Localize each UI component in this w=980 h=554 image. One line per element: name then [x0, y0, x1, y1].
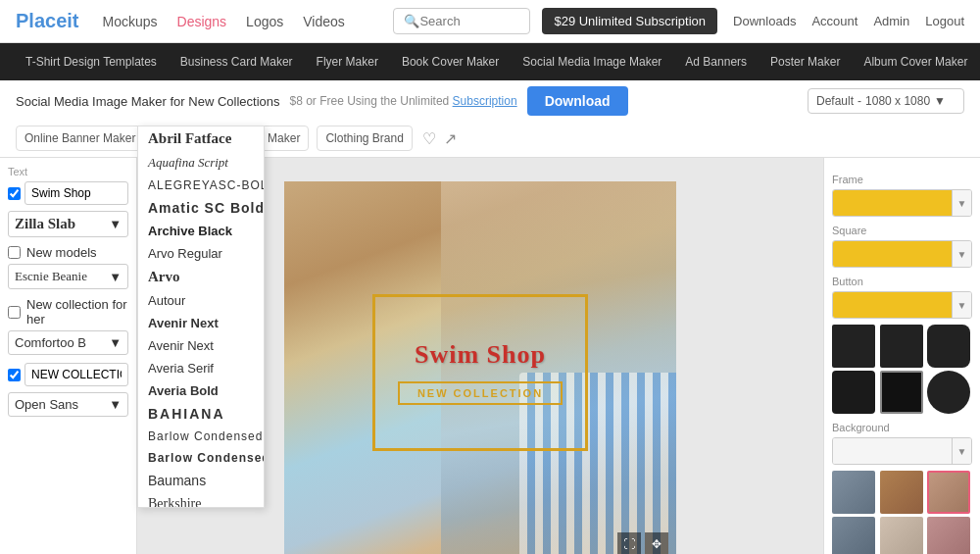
sub-nav: T-Shirt Design Templates Business Card M…: [0, 43, 980, 80]
subnav-ad-banners[interactable]: Ad Banners: [675, 43, 757, 80]
text-section-label: Text: [8, 166, 128, 177]
left-panel: Text Zilla Slab ▼ New models Escnie Bean…: [0, 158, 137, 554]
font-option-amatic[interactable]: Amatic SC Bold: [138, 196, 264, 220]
font-option-autour[interactable]: Autour: [138, 289, 264, 312]
canvas-image: Swim Shop NEW COLLECTION ⛶ ✥: [284, 181, 676, 555]
nav-account[interactable]: Account: [811, 14, 858, 28]
canvas-overlay-box: Swim Shop NEW COLLECTION: [372, 294, 588, 451]
chevron-down-icon-4: ▼: [109, 397, 122, 412]
share-icon[interactable]: ↗: [444, 129, 457, 148]
logo-it: it: [67, 10, 78, 31]
nav-designs[interactable]: Designs: [177, 14, 227, 29]
search-input[interactable]: [419, 14, 519, 28]
text-field-4-checkbox[interactable]: [8, 369, 21, 381]
canvas-button-box: NEW COLLECTION: [398, 381, 563, 405]
frame-color-chevron[interactable]: ▼: [952, 190, 971, 216]
canvas-button-text: NEW COLLECTION: [417, 387, 543, 399]
square-color-select[interactable]: ▼: [832, 240, 972, 268]
tag-clothing-brand[interactable]: Clothing Brand: [317, 126, 412, 151]
search-icon: 🔍: [404, 14, 419, 28]
button-color-select[interactable]: ▼: [832, 291, 972, 319]
button-style-grid: [832, 325, 972, 414]
font-option-baumans[interactable]: Baumans: [138, 469, 264, 492]
square-color-chevron[interactable]: ▼: [952, 241, 971, 267]
bg-thumb-2[interactable]: [880, 471, 923, 514]
toolbar-subtitle: $8 or Free Using the Unlimited Subscript…: [290, 94, 517, 108]
logo-place: Place: [16, 10, 67, 31]
bg-thumb-5[interactable]: [880, 517, 923, 554]
btn-style-2[interactable]: [880, 325, 923, 368]
nav-logout[interactable]: Logout: [925, 14, 964, 28]
canvas-fullscreen-btn[interactable]: ⛶: [617, 532, 641, 555]
font-option-avenir-next-bold[interactable]: Avenir Next: [138, 312, 264, 334]
btn-style-3[interactable]: [927, 325, 970, 368]
top-nav: Placeit Mockups Designs Logos Videos 🔍 $…: [0, 0, 980, 43]
font-option-barlow-condensed-bold[interactable]: Barlow Condensed: [138, 447, 264, 469]
frame-label: Frame: [832, 174, 972, 185]
text-field-1-row: [8, 181, 128, 205]
nav-mockups[interactable]: Mockups: [102, 14, 157, 29]
background-thumb-grid: [832, 471, 972, 554]
text-field-3-checkbox[interactable]: [8, 306, 21, 319]
font-option-averia-serif[interactable]: Averia Serif: [138, 357, 264, 379]
font-option-arvo-regular[interactable]: Arvo Regular: [138, 242, 264, 265]
font-select-2[interactable]: Escnie Beanie ▼: [8, 264, 128, 289]
chevron-down-icon-2: ▼: [109, 270, 122, 284]
subnav-business-card[interactable]: Business Card Maker: [171, 43, 303, 80]
subscription-button[interactable]: $29 Unlimited Subscription: [542, 8, 717, 34]
font-option-avenir-next[interactable]: Avenir Next: [138, 334, 264, 357]
font-option-archive-black[interactable]: Archive Black: [138, 220, 264, 242]
btn-style-1[interactable]: [832, 325, 875, 368]
font-option-arvo[interactable]: Arvo: [138, 265, 264, 289]
nav-downloads[interactable]: Downloads: [733, 14, 796, 28]
font-select-3[interactable]: Comfortoo B ▼: [8, 330, 128, 355]
font-option-barlow-condensed[interactable]: Barlow Condensed: [138, 426, 264, 447]
font-dropdown: Abril Fatface Aquafina Script AlegreyaSC…: [137, 158, 265, 508]
download-button[interactable]: Download: [527, 86, 628, 116]
font-select-4-label: Open Sans: [15, 397, 78, 412]
btn-style-6[interactable]: [927, 371, 970, 414]
font-select-4[interactable]: Open Sans ▼: [8, 392, 128, 417]
subnav-poster[interactable]: Poster Maker: [760, 43, 850, 80]
subnav-album-cover[interactable]: Album Cover Maker: [854, 43, 977, 80]
font-option-bahiana[interactable]: BAHIANA: [138, 402, 264, 426]
nav-logos[interactable]: Logos: [246, 14, 283, 29]
bg-thumb-4[interactable]: [832, 517, 875, 554]
bg-thumb-3[interactable]: [927, 471, 970, 514]
size-select[interactable]: Default - 1080 x 1080 ▼: [808, 88, 964, 114]
nav-admin[interactable]: Admin: [873, 14, 909, 28]
font-option-aquafina[interactable]: Aquafina Script: [138, 158, 264, 175]
subnav-tshirt[interactable]: T-Shirt Design Templates: [16, 43, 167, 80]
btn-style-5[interactable]: [880, 371, 923, 414]
button-label: Button: [832, 276, 972, 287]
font-select-1[interactable]: Zilla Slab ▼: [8, 211, 128, 237]
text-field-2-checkbox[interactable]: [8, 246, 21, 259]
font-option-averia-bold[interactable]: Averia Bold: [138, 379, 264, 402]
bg-thumb-1[interactable]: [832, 471, 875, 514]
font-option-berkshire[interactable]: Berkshire: [138, 492, 264, 508]
font-option-alegreyasc[interactable]: AlegreyaSC-Bold: [138, 175, 264, 196]
canvas-expand-btn[interactable]: ✥: [645, 532, 668, 555]
tag-online-banner[interactable]: Online Banner Maker: [16, 126, 144, 151]
subscription-link[interactable]: Subscription: [453, 94, 517, 108]
text-field-1-input[interactable]: [24, 181, 128, 205]
background-color-chevron[interactable]: ▼: [952, 438, 971, 464]
nav-videos[interactable]: Videos: [303, 14, 345, 29]
subnav-social-media[interactable]: Social Media Image Maker: [513, 43, 671, 80]
subnav-book-cover[interactable]: Book Cover Maker: [392, 43, 509, 80]
button-color-chevron[interactable]: ▼: [952, 292, 971, 318]
background-color-select[interactable]: ▼: [832, 437, 972, 465]
btn-style-4[interactable]: [832, 371, 875, 414]
heart-icon[interactable]: ♡: [422, 129, 436, 148]
square-label: Square: [832, 225, 972, 236]
bg-thumb-6[interactable]: [927, 517, 970, 554]
subnav-flyer[interactable]: Flyer Maker: [307, 43, 388, 80]
text-field-1-checkbox[interactable]: [8, 187, 21, 200]
background-label: Background: [832, 422, 972, 433]
right-panel: Frame ▼ Square ▼ Button ▼ Background ▼: [823, 158, 980, 554]
text-field-4-row: [8, 363, 128, 386]
canvas-controls: ⛶ ✥: [617, 532, 668, 555]
search-bar[interactable]: 🔍: [393, 8, 530, 34]
frame-color-select[interactable]: ▼: [832, 189, 972, 217]
text-field-4-input[interactable]: [24, 363, 128, 386]
